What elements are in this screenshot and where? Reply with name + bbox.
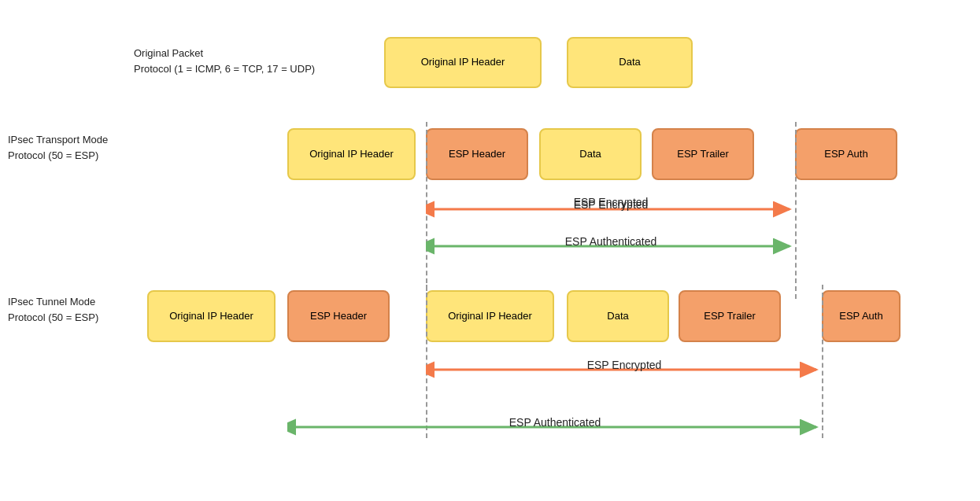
esp-header-tunnel: ESP Header [287,290,390,342]
tunnel-mode-label: IPsec Tunnel ModeProtocol (50 = ESP) [8,294,98,325]
orig-ip-header-transport: Original IP Header [287,128,416,180]
esp-authenticated-transport-arrow [426,232,796,260]
orig-ip-header-top: Original IP Header [384,37,542,88]
esp-encrypted-transport-arrow: ESP Encrypted [426,195,796,223]
esp-authenticated-tunnel-arrow [287,413,823,441]
esp-auth-tunnel: ESP Auth [822,290,900,342]
original-packet-label: Original PacketProtocol (1 = ICMP, 6 = T… [134,46,315,76]
orig-ip-header-tunnel2: Original IP Header [426,290,554,342]
svg-text:ESP Encrypted: ESP Encrypted [574,196,649,208]
orig-ip-header-tunnel: Original IP Header [147,290,276,342]
data-top: Data [567,37,693,88]
esp-trailer-tunnel: ESP Trailer [679,290,781,342]
data-tunnel: Data [567,290,669,342]
esp-auth-transport: ESP Auth [795,128,897,180]
esp-encrypted-tunnel-arrow [426,355,823,384]
data-transport: Data [539,128,642,180]
esp-trailer-transport: ESP Trailer [652,128,754,180]
transport-mode-label: IPsec Transport ModeProtocol (50 = ESP) [8,132,108,163]
diagram: Original PacketProtocol (1 = ICMP, 6 = T… [0,0,980,501]
esp-header-transport: ESP Header [426,128,528,180]
